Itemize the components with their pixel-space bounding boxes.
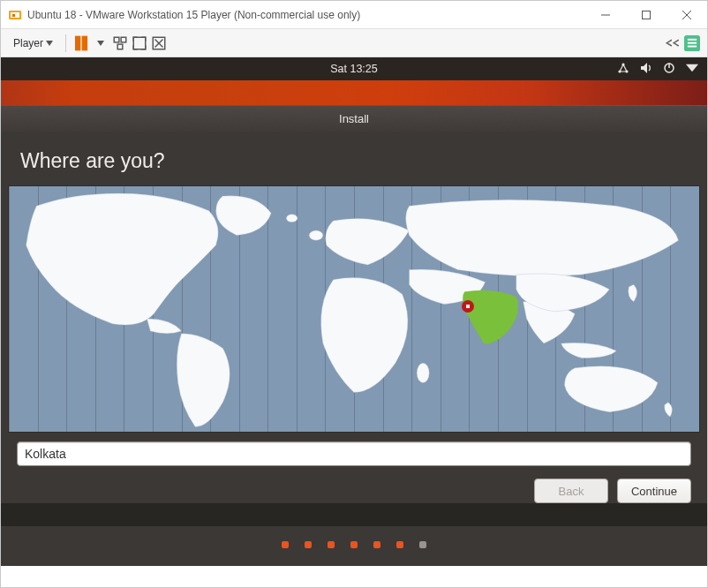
svg-point-30 xyxy=(286,215,298,222)
installer-progress-dots xyxy=(1,541,707,548)
panel-clock[interactable]: Sat 13:25 xyxy=(330,63,378,75)
cycle-vm-icon[interactable] xyxy=(665,35,681,51)
pause-vm-icon[interactable] xyxy=(73,35,89,51)
installer-window-title: Install xyxy=(339,112,369,125)
installer-heading: Where are you? xyxy=(1,132,707,185)
progress-dot xyxy=(373,541,380,548)
svg-marker-10 xyxy=(97,41,104,46)
svg-point-31 xyxy=(417,363,429,382)
ubuntu-desktop-background-strip xyxy=(1,80,707,105)
svg-rect-20 xyxy=(688,41,697,43)
progress-dot xyxy=(282,541,289,548)
continue-button[interactable]: Continue xyxy=(617,479,691,503)
progress-dot xyxy=(328,541,335,548)
installer-empty-strip xyxy=(1,503,707,526)
unity-mode-icon[interactable] xyxy=(151,35,167,51)
svg-marker-28 xyxy=(686,64,698,71)
svg-rect-9 xyxy=(82,36,87,49)
svg-rect-14 xyxy=(133,37,146,49)
host-close-button[interactable] xyxy=(667,1,707,29)
svg-rect-2 xyxy=(12,14,15,17)
location-input-row xyxy=(1,433,707,471)
svg-rect-21 xyxy=(688,45,697,47)
back-button[interactable]: Back xyxy=(534,479,608,503)
power-icon[interactable] xyxy=(663,62,675,77)
host-maximize-button[interactable] xyxy=(626,1,667,29)
installer-window-titlebar: Install xyxy=(1,105,707,132)
vmware-app-icon xyxy=(8,8,22,22)
chevron-down-icon[interactable] xyxy=(686,62,698,77)
player-menu-button[interactable]: Player xyxy=(8,35,58,51)
manage-icon[interactable] xyxy=(684,35,700,51)
panel-system-tray[interactable] xyxy=(617,62,698,77)
vmware-toolbar: Player xyxy=(1,29,707,57)
network-icon[interactable] xyxy=(617,62,629,77)
player-menu-label: Player xyxy=(13,37,43,49)
host-window-title: Ubuntu 18 - VMware Workstation 15 Player… xyxy=(27,9,585,21)
world-map-svg xyxy=(9,186,699,432)
svg-rect-13 xyxy=(117,44,123,49)
svg-rect-4 xyxy=(643,11,651,19)
svg-rect-8 xyxy=(76,36,80,49)
progress-dot xyxy=(350,541,358,548)
svg-rect-19 xyxy=(688,38,697,40)
installer-body: Where are you? xyxy=(1,132,707,566)
fullscreen-icon[interactable] xyxy=(132,35,147,51)
svg-rect-12 xyxy=(121,37,126,42)
svg-marker-7 xyxy=(46,41,53,46)
toolbar-separator xyxy=(65,34,66,52)
volume-icon[interactable] xyxy=(640,62,652,77)
ubuntu-top-panel: Sat 13:25 xyxy=(1,57,707,80)
timezone-map[interactable] xyxy=(8,185,700,433)
pause-dropdown-icon[interactable] xyxy=(93,35,109,51)
send-ctrl-alt-del-icon[interactable] xyxy=(112,35,128,51)
host-minimize-button[interactable] xyxy=(585,1,626,29)
svg-marker-25 xyxy=(641,63,647,73)
svg-rect-11 xyxy=(114,37,119,42)
host-window-titlebar: Ubuntu 18 - VMware Workstation 15 Player… xyxy=(1,1,707,29)
map-india-highlight xyxy=(463,290,518,344)
installer-nav-row: Back Continue xyxy=(1,471,707,503)
progress-dot xyxy=(305,541,312,548)
location-input[interactable] xyxy=(17,441,691,466)
progress-dot xyxy=(396,541,403,548)
progress-dot xyxy=(419,541,426,548)
svg-point-29 xyxy=(309,230,323,240)
